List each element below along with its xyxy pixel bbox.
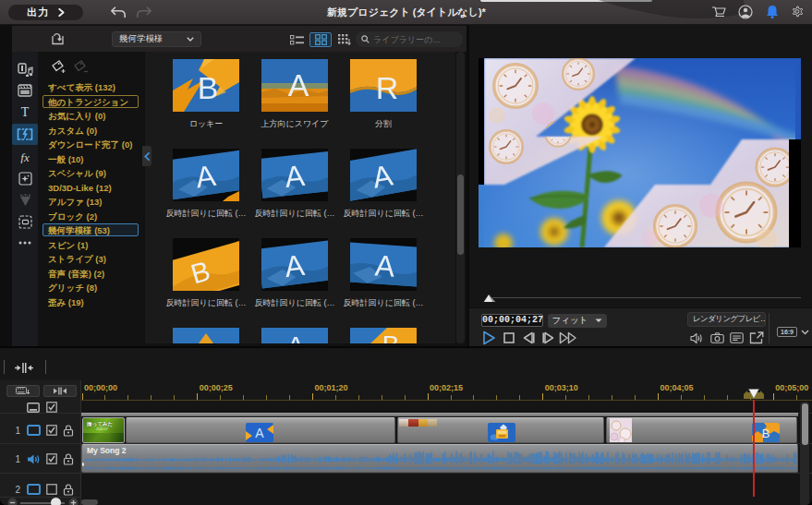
track-adjust-icon[interactable] xyxy=(15,363,33,373)
category-item[interactable]: スペシャル (9) xyxy=(42,166,139,179)
category-item[interactable]: 一般 (10) xyxy=(42,152,139,165)
track-lock-icon[interactable] xyxy=(63,453,74,465)
transition-thumbnail[interactable]: A反時計回りに回転 (… xyxy=(261,149,328,220)
category-dropdown[interactable]: 幾何学模様 xyxy=(112,31,201,47)
timecode-display[interactable]: 00;00;04;27 xyxy=(481,314,543,327)
transition-thumbnail[interactable]: A反時計回りに回転 (… xyxy=(261,238,328,309)
grid-view-button[interactable] xyxy=(309,32,332,47)
video-track-icon[interactable] xyxy=(27,425,41,436)
video-track-icon[interactable] xyxy=(27,484,41,495)
list-view-button[interactable] xyxy=(286,32,307,47)
transition-thumbnail[interactable]: A反時計回りに回転 (… xyxy=(350,149,417,220)
category-item[interactable]: お気に入り (0) xyxy=(42,109,139,122)
track-header-audio1: 1 xyxy=(0,451,81,466)
rail-pip-objects-room[interactable] xyxy=(13,168,37,188)
settings-gear-icon[interactable] xyxy=(791,5,805,18)
transition-thumbnail[interactable]: A xyxy=(261,328,328,343)
category-item[interactable]: 音声 (音楽) (2) xyxy=(42,267,139,280)
audio-mute-icon[interactable] xyxy=(690,332,703,344)
notifications-bell-icon[interactable] xyxy=(766,5,779,19)
audio-track-icon[interactable] xyxy=(27,453,41,465)
timeline-clip-audio[interactable]: My Song 2 xyxy=(81,444,798,473)
video-enable-all-icon[interactable] xyxy=(27,403,40,413)
zoom-slider-handle[interactable] xyxy=(51,498,61,505)
transition-thumbnail[interactable]: A反時計回りに回転 (… xyxy=(350,238,417,309)
timeline-clip-video-photo[interactable]: 撮ってみた 2020.07 xyxy=(82,417,125,443)
category-item[interactable]: ストライプ (3) xyxy=(42,252,139,265)
library-scrollbar-thumb[interactable] xyxy=(457,174,464,255)
category-item[interactable]: グリッチ (8) xyxy=(42,281,139,294)
select-all-checkbox[interactable] xyxy=(46,402,57,413)
timeline-playhead[interactable] xyxy=(744,387,764,400)
aspect-ratio-badge[interactable]: 16:9 xyxy=(777,327,797,337)
add-tag-icon[interactable] xyxy=(51,60,67,74)
category-item[interactable]: ダウンロード完了 (0) xyxy=(42,138,139,150)
transition-marker-swipe[interactable] xyxy=(488,423,515,442)
category-item[interactable]: 他のトランジション xyxy=(42,95,139,108)
rail-more-rooms[interactable] xyxy=(13,233,37,253)
snapshot-camera-icon[interactable] xyxy=(710,332,724,343)
transition-marker-rocky[interactable]: B xyxy=(752,423,780,442)
undo-icon[interactable] xyxy=(110,6,127,18)
track-lock-icon[interactable] xyxy=(63,484,74,496)
rail-chapter-room[interactable] xyxy=(13,211,37,232)
produce-button[interactable]: 出力 xyxy=(8,5,83,20)
render-preview-button[interactable]: レンダリングプレビ… xyxy=(687,312,766,327)
category-item[interactable]: スピン (1) xyxy=(42,238,139,251)
timeline-ruler[interactable]: 00;00;0000;00;2500;01;2000;02;1500;03;10… xyxy=(81,380,812,402)
track-manager-button[interactable] xyxy=(6,385,40,397)
library-search-input[interactable] xyxy=(373,35,454,44)
transition-thumbnail[interactable]: B反時計回りに回転 (… xyxy=(173,238,239,309)
track-lock-icon[interactable] xyxy=(63,425,74,437)
snap-to-clips-button[interactable] xyxy=(43,385,77,397)
zoom-in-button[interactable] xyxy=(68,498,79,505)
rail-particle-room[interactable] xyxy=(13,190,37,210)
collapse-category-panel-button[interactable] xyxy=(142,146,151,166)
remove-tag-icon[interactable] xyxy=(73,60,90,74)
transition-thumbnail[interactable]: Bロッキー xyxy=(173,59,239,130)
account-icon[interactable] xyxy=(738,5,753,19)
category-item[interactable]: すべて表示 (132) xyxy=(42,80,139,93)
next-frame-button[interactable] xyxy=(541,331,556,344)
aspect-chevron-icon[interactable] xyxy=(801,330,809,335)
track-enable-checkbox[interactable] xyxy=(46,425,57,436)
category-item[interactable]: 幾何学模様 (53) xyxy=(42,223,139,236)
rail-title-room[interactable]: T xyxy=(13,102,37,122)
list-view-icon xyxy=(290,35,304,45)
track-enable-checkbox[interactable] xyxy=(46,453,57,464)
play-button[interactable] xyxy=(482,331,496,345)
ruler-timecode: 00;04;05 xyxy=(661,383,694,392)
transition-thumbnail[interactable] xyxy=(173,328,239,343)
category-item[interactable]: 3D/3D-Like (12) xyxy=(42,181,139,194)
rail-transition-room[interactable] xyxy=(12,124,38,145)
cart-icon[interactable] xyxy=(711,5,726,18)
track-enable-checkbox[interactable] xyxy=(46,484,57,495)
transition-thumbnail[interactable]: R分割 xyxy=(350,59,417,130)
category-item[interactable]: アルファ (13) xyxy=(42,195,139,208)
preview-quality-icon[interactable] xyxy=(730,332,744,343)
zoom-fit-dropdown[interactable]: フィット xyxy=(548,314,607,328)
rail-storyboard-room[interactable] xyxy=(13,80,37,101)
stop-button[interactable] xyxy=(503,332,515,343)
timeline-hscrollbar-thumb[interactable] xyxy=(81,499,98,505)
transition-thumbnail[interactable]: B xyxy=(350,328,417,343)
transition-thumbnail[interactable]: AA上方向にスワイプ xyxy=(261,59,328,130)
produce-label: 出力 xyxy=(27,6,49,19)
previous-frame-button[interactable] xyxy=(521,331,536,344)
svg-text:R: R xyxy=(376,70,399,105)
detail-view-button[interactable] xyxy=(335,32,354,47)
import-media-icon[interactable] xyxy=(52,32,64,45)
transition-thumbnail[interactable]: A反時計回りに回転 (… xyxy=(173,149,239,220)
preview-seek-bar[interactable] xyxy=(492,297,801,298)
transition-marker-a[interactable]: A xyxy=(246,423,273,442)
zoom-out-button[interactable] xyxy=(7,498,18,505)
detach-window-icon[interactable] xyxy=(749,331,764,344)
category-item[interactable]: ブロック (2) xyxy=(42,210,139,222)
category-item[interactable]: 歪み (19) xyxy=(42,295,139,308)
redo-icon[interactable] xyxy=(136,6,152,18)
rail-effect-room[interactable]: fx xyxy=(13,147,37,167)
fast-forward-button[interactable] xyxy=(559,331,577,344)
category-item[interactable]: カスタム (0) xyxy=(42,124,139,137)
rail-media-room[interactable] xyxy=(13,59,37,79)
timeline-vscrollbar-thumb[interactable] xyxy=(802,403,808,445)
